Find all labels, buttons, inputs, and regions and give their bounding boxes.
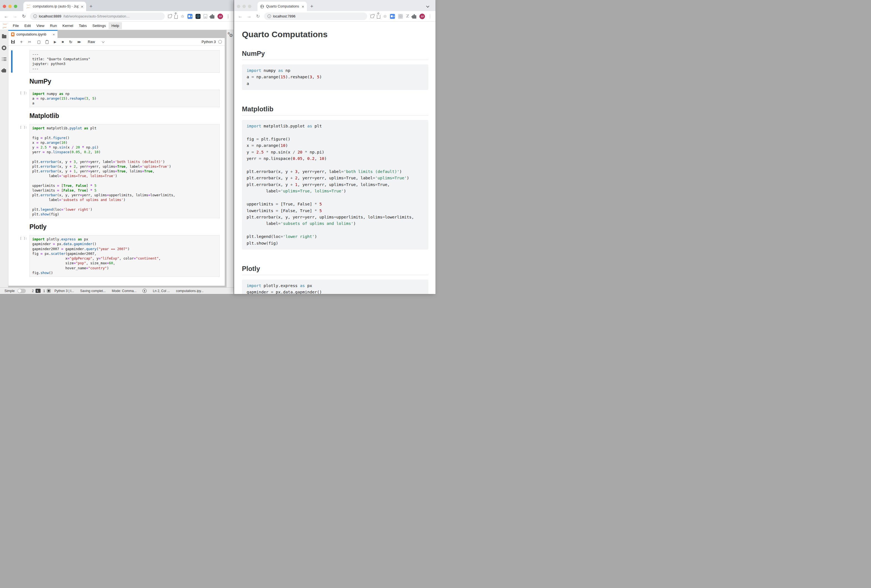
stop-kernel-icon[interactable]: ■ (62, 40, 64, 43)
cell-prompt: [ ]: (13, 124, 30, 218)
menu-edit[interactable]: Edit (22, 22, 34, 29)
menu-run[interactable]: Run (47, 22, 60, 29)
browser-tab-strip: Quarto Computations × + (234, 0, 436, 11)
numpy-cell-editor[interactable]: import numpy as npa = np.arange(15).resh… (30, 90, 220, 107)
bookmark-star-icon[interactable]: ☆ (181, 14, 184, 18)
restart-run-all-icon[interactable]: ▶▶ (78, 40, 80, 43)
notebook-content: ---title: "Quarto Computations"jupyter: … (8, 46, 225, 286)
menu-tabs[interactable]: Tabs (76, 22, 90, 29)
kernel-indicator[interactable]: Python 3 (202, 40, 222, 44)
browser-tab-strip: computations.ip (auto-S) - Jup × + (0, 0, 233, 11)
site-info-icon[interactable]: i (268, 15, 271, 18)
close-tab-icon[interactable]: × (81, 4, 83, 9)
quarto-rendered-page: Quarto Computations NumPy import numpy a… (234, 22, 436, 294)
copy-cell-icon[interactable] (37, 40, 40, 44)
forward-icon[interactable]: → (12, 14, 18, 19)
new-tab-button[interactable]: + (310, 1, 313, 11)
raw-cell-editor[interactable]: ---title: "Quarto Computations"jupyter: … (30, 50, 220, 73)
address-bar[interactable]: i localhost:7896 (264, 12, 367, 20)
simple-mode-toggle[interactable] (18, 289, 26, 293)
section-matplotlib: Matplotlib import matplotlib.pyplot as p… (242, 105, 428, 249)
page-title: Quarto Computations (242, 30, 428, 39)
profile-avatar[interactable]: JJ (217, 13, 223, 19)
menu-help[interactable]: Help (109, 22, 122, 29)
section-heading-plotly: Plotly (242, 264, 428, 275)
kernel-status-text[interactable]: Python 3 | I... (54, 289, 74, 293)
zoom-window-button[interactable] (14, 5, 17, 8)
docs-extension-icon[interactable] (204, 14, 207, 19)
address-bar[interactable]: i localhost:8889/lab/workspaces/auto-S/t… (30, 12, 165, 20)
kernel-count[interactable]: 1 (43, 289, 45, 293)
browser-tab[interactable]: Quarto Computations × (257, 1, 307, 11)
reload-icon[interactable]: ↻ (21, 13, 27, 19)
z-extension-icon[interactable]: Z (406, 14, 409, 18)
raw-cell: ---title: "Quarto Computations"jupyter: … (11, 50, 220, 73)
code-cell-plotly: [ ]: import plotly.express as pxgapminde… (11, 235, 220, 277)
back-icon[interactable]: ← (238, 14, 243, 19)
globe-favicon (260, 5, 264, 8)
window-controls (237, 1, 251, 11)
cell-prompt: [ ]: (13, 90, 30, 107)
zoom-extension-icon[interactable] (187, 14, 193, 19)
matplotlib-cell-editor[interactable]: import matplotlib.pyplot as plt fig = pl… (30, 124, 220, 218)
open-in-new-icon[interactable] (168, 15, 171, 18)
site-info-icon[interactable]: i (33, 15, 37, 18)
plotly-code-block: import plotly.express as pxgapminder = p… (242, 279, 428, 294)
menu-kernel[interactable]: Kernel (60, 22, 76, 29)
file-browser-icon[interactable] (2, 35, 6, 38)
browser-menu-dots-icon[interactable]: ⋮ (226, 14, 230, 18)
browser-toolbar: ← → ↻ i localhost:8889/lab/workspaces/au… (0, 11, 233, 22)
menu-file[interactable]: File (10, 22, 22, 29)
jupyter-status-bar: Simple 2 $_ 1 Python 3 | I... Saving com… (0, 287, 233, 294)
markdown-heading-numpy: NumPy (30, 78, 220, 85)
react-devtools-extension-icon[interactable] (398, 14, 403, 19)
minimize-window-button[interactable] (242, 5, 246, 8)
forward-icon[interactable]: → (246, 14, 252, 19)
browser-tab[interactable]: computations.ip (auto-S) - Jup × (23, 1, 86, 11)
profile-avatar[interactable]: JJ (419, 13, 425, 19)
jupyterlab-browser-window: computations.ip (auto-S) - Jup × + ← → ↻… (0, 0, 233, 294)
restart-kernel-icon[interactable]: ↻ (69, 40, 72, 44)
close-tab-icon[interactable]: × (302, 4, 304, 9)
reload-icon[interactable]: ↻ (255, 13, 261, 19)
table-of-contents-icon[interactable] (2, 57, 6, 61)
back-icon[interactable]: ← (3, 14, 9, 19)
save-icon[interactable] (11, 40, 15, 43)
extension-manager-icon[interactable] (2, 69, 6, 72)
cursor-position[interactable]: Ln 2, Col ... (153, 289, 170, 293)
add-cell-icon[interactable]: + (20, 39, 23, 44)
jupyter-menubar: File Edit View Run Kernel Tabs Settings … (0, 22, 233, 30)
cut-cell-icon[interactable]: ✂ (28, 40, 31, 44)
share-icon[interactable] (174, 15, 178, 19)
close-window-button[interactable] (237, 5, 240, 8)
running-kernels-icon[interactable] (1, 46, 6, 50)
new-tab-button[interactable]: + (90, 1, 93, 11)
extensions-puzzle-icon[interactable] (210, 15, 214, 19)
bookmark-star-icon[interactable]: ☆ (383, 14, 387, 18)
close-notebook-icon[interactable]: × (53, 33, 55, 36)
notebook-tab[interactable]: computations.ipynb × (8, 30, 57, 38)
run-cell-icon[interactable]: ▶ (54, 40, 56, 43)
react-devtools-extension-icon[interactable] (196, 14, 201, 19)
zoom-window-button[interactable] (248, 5, 251, 8)
open-in-new-icon[interactable] (371, 15, 374, 18)
settings-gears-icon[interactable]: ⚙⚙ (227, 32, 233, 38)
code-cell-matplotlib: [ ]: import matplotlib.pyplot as plt fig… (11, 124, 220, 218)
plotly-cell-editor[interactable]: import plotly.express as pxgapminder = p… (30, 235, 220, 277)
minimize-window-button[interactable] (8, 5, 12, 8)
status-filename: computations.ipy... (176, 289, 204, 293)
menu-view[interactable]: View (34, 22, 47, 29)
zoom-extension-icon[interactable] (390, 14, 395, 19)
paste-cell-icon[interactable] (46, 40, 49, 44)
terminal-count[interactable]: 2 (32, 289, 34, 293)
cell-type-dropdown[interactable]: Raw (88, 40, 104, 44)
extensions-puzzle-icon[interactable] (412, 15, 416, 19)
tab-search-chevron-icon[interactable] (426, 4, 429, 7)
close-window-button[interactable] (3, 5, 6, 8)
share-icon[interactable] (377, 15, 380, 19)
notebook-tab-title: computations.ipynb (16, 33, 46, 36)
browser-menu-dots-icon[interactable]: ⋮ (428, 14, 432, 18)
menu-settings[interactable]: Settings (90, 22, 109, 29)
section-plotly: Plotly import plotly.express as pxgapmin… (242, 264, 428, 294)
notification-bell-icon[interactable] (142, 289, 147, 293)
